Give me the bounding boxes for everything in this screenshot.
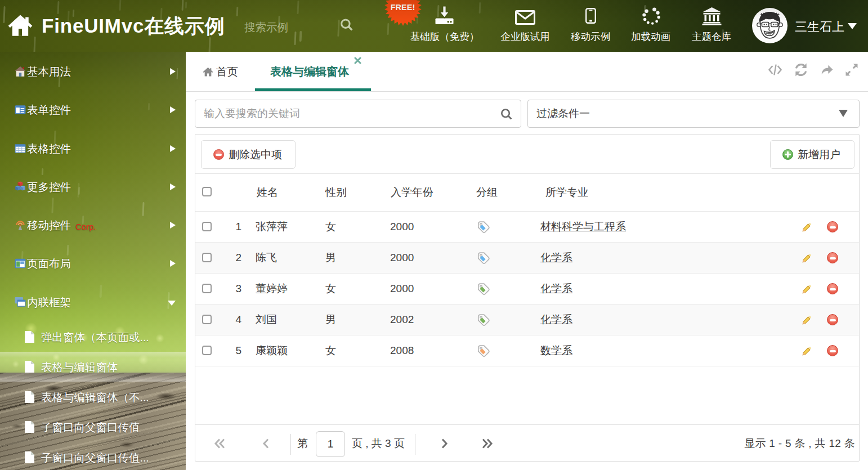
svg-text:FREE!: FREE! — [391, 3, 415, 12]
